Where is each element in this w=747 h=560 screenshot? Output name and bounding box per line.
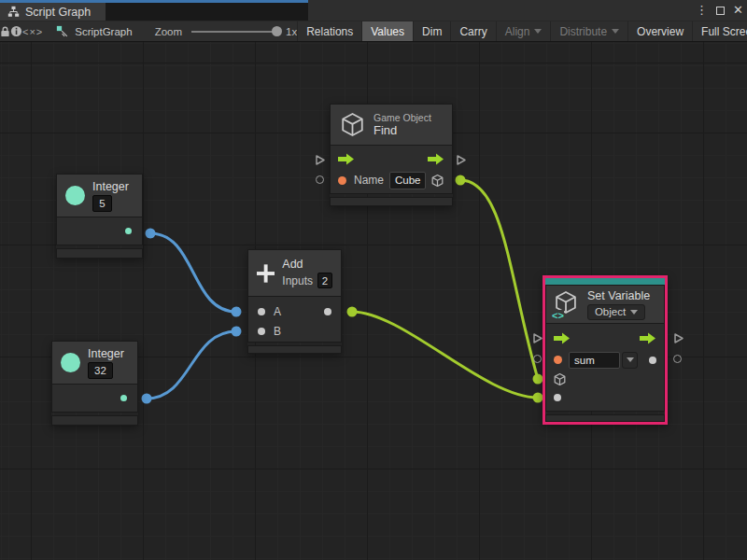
wire-add-to-setvariable-value[interactable]	[352, 312, 538, 398]
chevron-down-icon	[630, 310, 638, 315]
integer-value-input[interactable]: 32	[88, 362, 113, 379]
integer-value-input[interactable]: 5	[92, 195, 112, 212]
kind-strip	[545, 278, 665, 285]
info-button[interactable]	[10, 21, 22, 41]
add-output-port[interactable]	[324, 308, 331, 315]
dim-button[interactable]: Dim	[413, 21, 450, 41]
tab-script-graph[interactable]: Script Graph	[0, 3, 106, 21]
chevron-down-icon	[612, 29, 619, 34]
zoom-value: 1x	[286, 26, 297, 37]
flow-input-port[interactable]	[338, 153, 355, 165]
variable-scope-dropdown[interactable]: Object	[587, 304, 645, 320]
view-buttons: Relations Values Dim Carry Align Distrib…	[297, 21, 747, 41]
value-input-port[interactable]	[554, 394, 561, 401]
node-footer	[247, 345, 342, 354]
value-output-hint-circle[interactable]	[673, 355, 682, 363]
wire-integer5-to-add-a[interactable]	[150, 233, 236, 312]
variable-name-input[interactable]: sum	[569, 352, 620, 369]
node-footer	[56, 248, 143, 259]
name-label: Name	[354, 174, 384, 187]
fullscreen-button[interactable]: Full Screen	[692, 21, 747, 41]
node-set-variable[interactable]: <> Set Variable Object	[543, 275, 668, 425]
integer-output-port[interactable]	[120, 395, 127, 401]
wire-find-to-setvariable-object[interactable]	[460, 180, 538, 379]
port-label: B	[274, 325, 281, 338]
wire-integer32-to-add-b[interactable]	[147, 331, 236, 399]
node-title: Integer	[92, 180, 129, 193]
graph-name: ScriptGraph	[75, 26, 132, 37]
zoom-label: Zoom	[155, 26, 182, 37]
node-title: Add	[282, 258, 332, 271]
zoom-slider[interactable]	[191, 31, 280, 33]
gameobject-output-port[interactable]	[430, 174, 444, 188]
integer-type-icon	[61, 353, 80, 372]
node-footer	[330, 197, 453, 206]
node-gameobject-find[interactable]: Game Object Find Name Cube	[330, 104, 453, 206]
overview-button[interactable]: Overview	[627, 21, 692, 41]
values-button[interactable]: Values	[361, 21, 413, 41]
info-icon	[10, 25, 22, 37]
node-title: Integer	[88, 347, 124, 360]
inputs-count-input[interactable]: 2	[317, 273, 332, 288]
script-graph-window: Script Graph ⋮ ✕	[0, 0, 747, 560]
name-value-input[interactable]: Cube	[389, 172, 426, 189]
port-label: A	[274, 305, 281, 318]
carry-button[interactable]: Carry	[450, 21, 495, 41]
node-category: Game Object	[374, 112, 431, 123]
game-object-icon	[339, 111, 366, 138]
tab-title: Script Graph	[25, 6, 91, 19]
zoom-slider-handle[interactable]	[272, 26, 282, 36]
gameobject-input-port[interactable]	[553, 372, 567, 386]
lock-button[interactable]	[0, 21, 10, 41]
add-input-a-port[interactable]	[258, 308, 265, 315]
node-title: Set Variable	[587, 289, 650, 302]
zoom-control: Zoom 1x	[155, 26, 298, 37]
node-add[interactable]: Add Inputs 2 A B	[247, 249, 342, 354]
chevron-down-icon	[534, 29, 542, 34]
value-output-port[interactable]	[649, 357, 656, 364]
node-footer	[51, 415, 138, 426]
code-icon: <×>	[22, 26, 43, 37]
variable-name-port[interactable]	[554, 356, 562, 364]
chevron-down-icon	[627, 357, 634, 362]
node-title: Find	[374, 123, 431, 137]
close-icon[interactable]: ✕	[733, 2, 743, 19]
set-variable-icon: <>	[553, 289, 581, 319]
graph-canvas[interactable]: Integer 5 Integer 32	[0, 42, 747, 560]
script-graph-asset-icon	[56, 25, 69, 38]
flow-output-port[interactable]	[428, 153, 444, 165]
variable-picker-button[interactable]	[622, 352, 638, 369]
name-input-port[interactable]	[338, 176, 346, 185]
add-icon	[257, 262, 275, 285]
node-footer	[545, 414, 665, 422]
value-input-hint-circle[interactable]	[316, 175, 324, 184]
graph-toolbar: <×> ScriptGraph Zoom 1x Relations Value	[0, 21, 747, 42]
integer-type-icon	[65, 186, 85, 205]
tab-strip: Script Graph	[0, 0, 308, 21]
window-menu-icon[interactable]: ⋮	[696, 2, 708, 19]
node-integer-5[interactable]: Integer 5	[56, 174, 143, 259]
maximize-icon[interactable]	[716, 7, 725, 15]
flow-input-hint-triangle[interactable]	[532, 332, 543, 344]
window-controls: ⋮ ✕	[696, 2, 743, 19]
graph-reference[interactable]: ScriptGraph	[56, 25, 132, 38]
inputs-label: Inputs	[282, 274, 313, 287]
distribute-button[interactable]: Distribute	[550, 21, 627, 41]
align-button[interactable]: Align	[496, 21, 551, 41]
flow-input-port[interactable]	[554, 332, 571, 344]
window-chrome: Script Graph ⋮ ✕	[0, 0, 747, 42]
flow-output-port[interactable]	[640, 332, 656, 344]
flow-output-hint-triangle[interactable]	[673, 332, 684, 344]
integer-output-port[interactable]	[125, 228, 132, 234]
relations-button[interactable]: Relations	[297, 21, 361, 41]
lock-icon	[0, 26, 10, 37]
flow-output-hint-triangle[interactable]	[456, 154, 467, 166]
flow-input-hint-triangle[interactable]	[315, 154, 326, 166]
add-input-b-port[interactable]	[258, 328, 265, 335]
node-integer-32[interactable]: Integer 32	[51, 341, 138, 426]
graph-hierarchy-icon	[7, 6, 20, 18]
code-preview-button[interactable]: <×>	[22, 21, 43, 41]
value-input-hint-circle[interactable]	[533, 355, 542, 363]
